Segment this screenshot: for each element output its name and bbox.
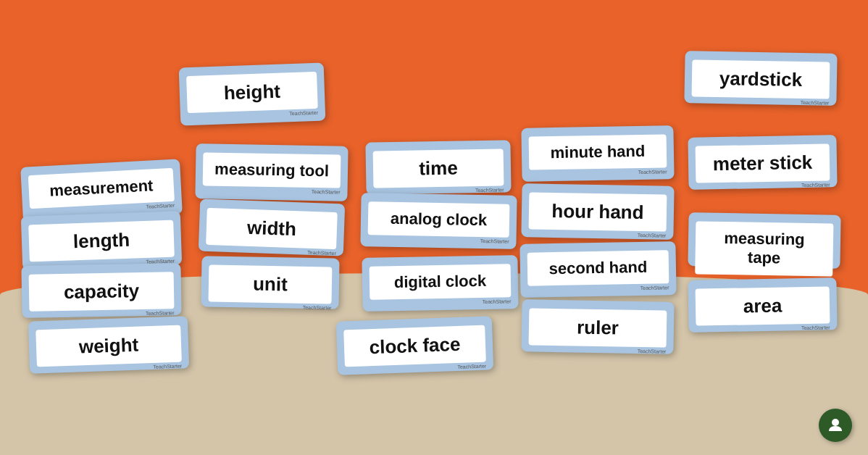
card-measuring-tape-text: measuring tape — [706, 229, 822, 270]
card-clock-face-text: clock face — [369, 333, 461, 359]
card-measurement-text: measurement — [49, 176, 154, 201]
card-weight: weight TeachStarter — [28, 316, 189, 374]
card-width: width TeachStarter — [199, 199, 345, 256]
card-capacity-text: capacity — [64, 280, 140, 304]
logo-badge — [819, 409, 852, 442]
card-ruler-text: ruler — [577, 316, 619, 339]
card-analog-clock-text: analog clock — [391, 209, 488, 230]
card-minute-hand-text: minute hand — [550, 142, 645, 163]
card-hour-hand-text: hour hand — [551, 200, 644, 224]
card-meter-stick-text: meter stick — [713, 151, 813, 176]
card-unit: unit TeachStarter — [201, 256, 339, 309]
card-ruler: ruler TeachStarter — [521, 299, 674, 354]
card-digital-clock: digital clock TeachStarter — [362, 255, 518, 312]
card-height: height TeachStarter — [179, 63, 326, 126]
card-yardstick: yardstick TeachStarter — [684, 51, 837, 106]
card-measuring-tool-text: measuring tool — [214, 160, 329, 181]
card-time-text: time — [419, 157, 458, 180]
card-hour-hand: hour hand TeachStarter — [521, 183, 674, 240]
card-meter-stick: meter stick TeachStarter — [688, 135, 837, 190]
card-measuring-tape: measuring tape TeachStarter — [688, 212, 840, 269]
card-area-text: area — [743, 295, 783, 318]
card-measuring-tool: measuring tool TeachStarter — [195, 143, 348, 201]
card-minute-hand: minute hand TeachStarter — [521, 125, 674, 182]
card-unit-text: unit — [253, 273, 288, 296]
cards-container: height TeachStarter measurement TeachSta… — [0, 0, 868, 455]
card-height-text: height — [223, 80, 280, 105]
card-second-hand-text: second hand — [548, 258, 647, 279]
card-analog-clock: analog clock TeachStarter — [360, 193, 517, 249]
card-digital-clock-text: digital clock — [394, 272, 487, 293]
card-clock-face: clock face TeachStarter — [336, 316, 493, 375]
card-width-text: width — [246, 217, 296, 241]
logo-icon — [825, 415, 846, 435]
card-length-text: length — [73, 229, 130, 254]
svg-point-0 — [832, 419, 839, 426]
card-second-hand: second hand TeachStarter — [519, 241, 676, 298]
card-time: time TeachStarter — [365, 140, 511, 194]
card-weight-text: weight — [78, 334, 138, 359]
card-area: area TeachStarter — [688, 277, 837, 333]
card-length: length TeachStarter — [21, 211, 182, 270]
card-yardstick-text: yardstick — [719, 67, 803, 91]
card-capacity: capacity TeachStarter — [21, 263, 181, 318]
